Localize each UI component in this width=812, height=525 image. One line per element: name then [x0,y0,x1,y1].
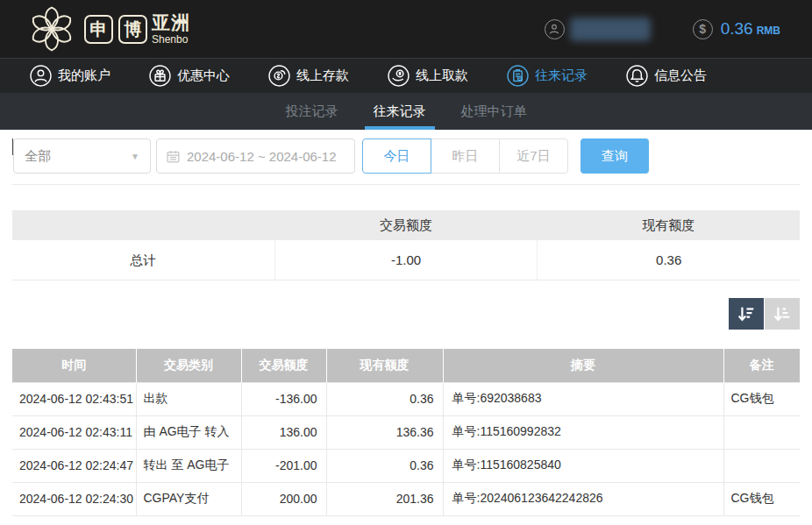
sort-controls [728,298,800,330]
search-button[interactable]: 查询 [581,138,649,174]
cell-time: 2024-06-12 02:24:47 [12,449,136,482]
nav-item-transaction-records[interactable]: 往来记录 [507,65,588,87]
col-type: 交易类别 [136,349,241,382]
sort-descending-button[interactable] [729,298,764,330]
table-row: 2024-06-12 02:43:11 由 AG电子 转入 136.00 136… [12,415,800,449]
summary-header-balance: 现有额度 [538,210,800,240]
cell-balance: 201.36 [326,482,443,515]
tab-processing-orders[interactable]: 处理中订单 [458,93,531,130]
user-icon [30,65,52,87]
yesterday-button[interactable]: 昨日 [431,138,500,174]
brand-region: 亚洲 [152,13,190,32]
date-range-value: 2024-06-12 ~ 2024-06-12 [187,149,337,164]
col-time: 时间 [12,349,136,382]
table-row: 2024-06-12 02:24:47 转出 至 AG电子 -201.00 0.… [12,449,800,482]
records-icon [507,65,529,87]
col-balance: 现有额度 [326,349,443,382]
brand-latin: Shenbo [152,34,190,45]
records-table: 时间 交易类别 交易额度 现有额度 摘要 备注 2024-06-12 02:43… [12,349,800,516]
gift-icon [149,65,171,87]
tab-transaction-records[interactable]: 往来记录 [370,93,430,130]
cell-type: 转出 至 AG电子 [136,449,241,482]
summary-header-row: 交易额度 现有额度 [12,210,800,240]
summary-total-label: 总计 [12,240,274,280]
cell-summary: 单号:115160992832 [443,415,723,449]
date-range-input[interactable]: 2024-06-12 ~ 2024-06-12 [156,138,355,174]
sort-asc-icon [773,304,792,323]
cell-time: 2024-06-12 02:24:30 [12,482,136,515]
flower-logo-icon [25,3,79,55]
cell-transaction-amount: -201.00 [241,449,326,482]
balance-currency: RMB [757,25,780,37]
top-header: 申 博 亚洲 Shenbo $ 0.36 RMB [0,0,812,58]
sort-desc-icon [737,304,756,323]
cell-balance: 0.36 [326,449,443,482]
cell-remark [723,449,800,482]
table-row: 2024-06-12 02:43:51 出款 -136.00 0.36 单号:6… [12,382,800,415]
brand-char-2: 博 [118,15,147,44]
filter-divider [12,184,800,185]
deposit-icon [268,65,290,87]
col-transaction-amount: 交易额度 [241,349,326,382]
type-filter-value: 全部 [25,148,51,165]
cell-transaction-amount: -136.00 [241,382,326,415]
cell-transaction-amount: 136.00 [241,415,326,449]
balance-amount: 0.36 [721,19,753,39]
brand-logo[interactable]: 申 博 亚洲 Shenbo [25,3,190,55]
username-redacted [570,18,651,41]
calendar-icon [166,149,181,164]
cell-summary: 单号:115160825840 [443,449,723,482]
cell-time: 2024-06-12 02:43:11 [12,415,136,449]
chevron-down-icon: ▼ [131,152,139,161]
cell-transaction-amount: 200.00 [241,482,326,515]
summary-total-row: 总计 -1.00 0.36 [12,240,800,280]
cell-balance: 136.36 [326,415,443,449]
cell-summary: 单号:202406123642242826 [443,482,723,515]
main-navigation: 我的账户 优惠中心 线上存款 线上取款 往来 [0,58,812,93]
today-button[interactable]: 今日 [362,138,431,174]
filter-row: 全部 ▼ 2024-06-12 ~ 2024-06-12 今日 昨日 近7日 查… [0,138,812,174]
summary-header-empty [12,210,274,240]
dollar-icon: $ [693,19,713,39]
nav-item-withdraw[interactable]: 线上取款 [388,65,468,87]
nav-item-deposit[interactable]: 线上存款 [268,65,349,87]
bell-icon [626,65,648,87]
col-remark: 备注 [723,349,800,382]
cell-summary: 单号:692038683 [443,382,723,415]
cell-type: CGPAY支付 [136,482,241,515]
brand-char-1: 申 [84,15,113,44]
cell-remark: CG钱包 [723,382,800,415]
nav-item-announcements[interactable]: 信息公告 [626,65,707,87]
type-filter-select[interactable]: 全部 ▼ [13,138,151,174]
summary-table: 交易额度 现有额度 总计 -1.00 0.36 [12,210,800,280]
sort-ascending-button[interactable] [765,298,800,330]
summary-balance-total: 0.36 [537,240,800,280]
user-avatar-icon [545,19,565,39]
records-header-row: 时间 交易类别 交易额度 现有额度 摘要 备注 [12,349,800,382]
quick-date-buttons: 今日 昨日 近7日 [362,138,568,174]
col-summary: 摘要 [443,349,723,382]
record-tabs: 投注记录 往来记录 处理中订单 [0,93,812,130]
cell-remark: CG钱包 [723,482,800,515]
nav-item-my-account[interactable]: 我的账户 [30,65,110,87]
cell-type: 由 AG电子 转入 [136,415,241,449]
content-area: 全部 ▼ 2024-06-12 ~ 2024-06-12 今日 昨日 近7日 查… [0,130,812,525]
tab-betting-records[interactable]: 投注记录 [282,93,342,130]
cell-remark [723,415,800,449]
summary-header-transaction: 交易额度 [274,210,537,240]
cell-balance: 0.36 [326,382,443,415]
withdraw-icon [388,65,410,87]
table-row: 2024-06-12 02:24:30 CGPAY支付 200.00 201.3… [12,482,800,515]
cell-time: 2024-06-12 02:43:51 [12,382,136,415]
last-7-days-button[interactable]: 近7日 [499,138,568,174]
nav-item-promotions[interactable]: 优惠中心 [149,65,230,87]
summary-transaction-total: -1.00 [274,240,538,280]
cell-type: 出款 [136,382,241,415]
